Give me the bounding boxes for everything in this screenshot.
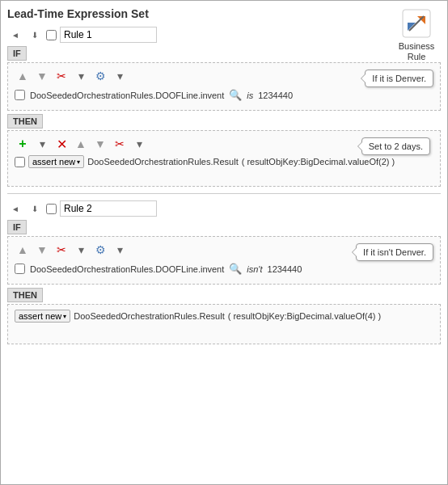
rule2-then-section: THEN assert new ▾ DooSeededOrchestration… — [7, 288, 441, 344]
rule1-if-label-container: IF — [7, 46, 441, 62]
rule1-then-toolbar: + ▾ ✕ ▲ ▼ ✂ ▾ Set to 2 days. — [15, 136, 433, 152]
rule1-then-plus-icon[interactable]: + — [15, 136, 31, 152]
rule1-if-down-icon[interactable]: ▼ — [34, 68, 50, 84]
rule1-then-scissors-icon[interactable]: ✂ — [112, 136, 128, 152]
rule1-then-up-icon[interactable]: ▲ — [73, 136, 89, 152]
business-rule-icon[interactable]: BusinessRule — [392, 7, 441, 62]
rule1-if-condition-checkbox[interactable] — [15, 90, 25, 100]
rule1-if-operator: is — [247, 91, 253, 100]
rule2-if-up-icon[interactable]: ▲ — [15, 242, 31, 258]
rule1-if-section: ▲ ▼ ✂ ▾ ⚙ ▾ DooSeededOrchestrationRules.… — [7, 62, 441, 111]
main-container: BusinessRule Lead-Time Expression Set ◄ … — [0, 0, 448, 485]
rule1-if-scissors-icon[interactable]: ✂ — [53, 68, 70, 84]
page-title: Lead-Time Expression Set — [7, 7, 441, 20]
rule1-then-label: THEN — [7, 114, 43, 129]
rule1-then-cross-icon[interactable]: ✕ — [53, 136, 70, 152]
rule2-header: ◄ ⬇ — [7, 200, 441, 217]
rule1-if-up-icon[interactable]: ▲ — [15, 68, 31, 84]
rule2-collapse-icon[interactable]: ◄ — [7, 200, 23, 217]
rule2-if-tooltip: If it isn't Denver. — [356, 243, 433, 261]
rule1-if-gear-dropdown-icon[interactable]: ▾ — [112, 68, 128, 84]
rule2-sort-icon[interactable]: ⬇ — [27, 200, 43, 217]
rule2-if-section: ▲ ▼ ✂ ▾ ⚙ ▾ DooSeededOrchestrationRules.… — [7, 236, 441, 285]
rule2-then-assert-dropdown-icon[interactable]: ▾ — [63, 313, 66, 320]
rule1-if-condition-row: DooSeededOrchestrationRules.DOOFLine.inv… — [15, 89, 433, 101]
rule2-if-search-icon[interactable]: 🔍 — [229, 263, 242, 275]
rule1-then-assert-row: assert new ▾ DooSeededOrchestrationRules… — [15, 155, 433, 168]
rule1-if-tooltip: If it is Denver. — [365, 70, 433, 87]
rule1-then-tooltip: Set to 2 days. — [361, 137, 430, 155]
rule2-then-assert-value: ( resultObjKey:BigDecimal.valueOf(4) ) — [228, 311, 382, 321]
rule1-name-input[interactable] — [60, 27, 157, 43]
rule2-then-assert-field: DooSeededOrchestrationRules.Result — [74, 311, 225, 321]
rule2-if-condition-row: DooSeededOrchestrationRules.DOOFLine.inv… — [15, 263, 433, 275]
rule1-then-dashed: + ▾ ✕ ▲ ▼ ✂ ▾ Set to 2 days. asser — [7, 130, 441, 187]
rule1-if-label: IF — [7, 46, 27, 61]
rule1-if-value: 1234440 — [258, 91, 293, 100]
rule2-if-operator: isn't — [247, 264, 262, 274]
rule2-then-label: THEN — [7, 288, 43, 302]
rule1-checkbox[interactable] — [46, 30, 57, 40]
rule2-if-scissors-icon[interactable]: ✂ — [53, 242, 70, 258]
rule1-then-assert-dropdown-icon[interactable]: ▾ — [77, 158, 80, 166]
rule1-header: ◄ ⬇ — [7, 27, 441, 43]
rule1-then-plus-dropdown-icon[interactable]: ▾ — [34, 136, 50, 152]
rule1-collapse-icon[interactable]: ◄ — [7, 27, 23, 43]
rule2-if-gear-icon[interactable]: ⚙ — [92, 242, 108, 258]
rule2-if-condition-checkbox[interactable] — [15, 264, 25, 274]
rule1-if-gear-icon[interactable]: ⚙ — [92, 68, 108, 84]
rule2-if-condition-field: DooSeededOrchestrationRules.DOOFLine.inv… — [30, 264, 224, 274]
rule1-sort-icon[interactable]: ⬇ — [27, 27, 43, 43]
rule1-then-section: THEN + ▾ ✕ ▲ ▼ ✂ ▾ Set to 2 days. — [7, 114, 441, 187]
rule1-then-assert-field: DooSeededOrchestrationRules.Result — [87, 157, 239, 167]
rule1-then-assert-new-button[interactable]: assert new ▾ — [28, 155, 84, 168]
rule2-if-scissors-dropdown-icon[interactable]: ▾ — [73, 242, 89, 258]
rule2-name-input[interactable] — [60, 200, 157, 217]
rule1-block: ◄ ⬇ IF ▲ ▼ ✂ ▾ ⚙ ▾ DooSeededOrchestratio… — [7, 27, 441, 187]
rule2-if-label-container: IF — [7, 220, 441, 236]
business-rule-label: BusinessRule — [392, 41, 441, 62]
rule2-then-assert-row: assert new ▾ DooSeededOrchestrationRules… — [15, 310, 433, 323]
rule-divider — [7, 193, 441, 194]
rule1-then-assert-checkbox[interactable] — [15, 157, 25, 167]
rule2-checkbox[interactable] — [46, 204, 57, 214]
rule1-if-search-icon[interactable]: 🔍 — [229, 89, 242, 101]
rule2-if-down-icon[interactable]: ▼ — [34, 242, 50, 258]
rule2-then-assert-new-button[interactable]: assert new ▾ — [15, 310, 70, 323]
rule2-if-gear-dropdown-icon[interactable]: ▾ — [112, 242, 128, 258]
rule2-block: ◄ ⬇ IF ▲ ▼ ✂ ▾ ⚙ ▾ DooSeededOrchestratio… — [7, 200, 441, 344]
rule1-then-assert-value: ( resultObjKey:BigDecimal.valueOf(2) ) — [242, 157, 395, 167]
rule2-then-dashed: assert new ▾ DooSeededOrchestrationRules… — [7, 304, 441, 344]
rule1-then-scissors-dropdown-icon[interactable]: ▾ — [131, 136, 147, 152]
rule1-if-scissors-dropdown-icon[interactable]: ▾ — [73, 68, 89, 84]
business-rule-img — [400, 7, 433, 40]
rule2-if-value: 1234440 — [268, 264, 302, 274]
rule2-if-label: IF — [7, 220, 27, 234]
rule1-then-down-icon[interactable]: ▼ — [92, 136, 108, 152]
rule1-if-condition-field: DooSeededOrchestrationRules.DOOFLine.inv… — [30, 91, 224, 100]
